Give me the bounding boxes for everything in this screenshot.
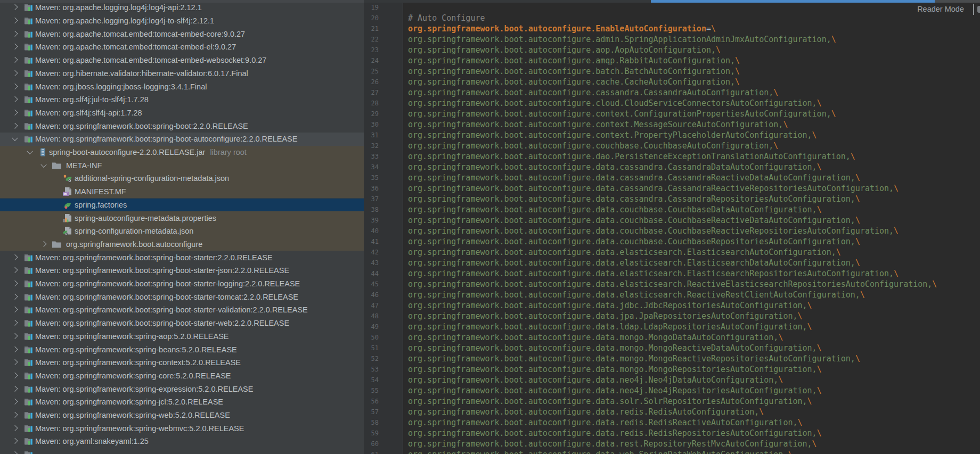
editor-line[interactable]: org.springframework.boot.autoconfigure.a… [408, 45, 721, 55]
tree-row[interactable]: MFMANIFEST.MF [0, 185, 364, 199]
tree-row[interactable]: Maven: org.springframework:spring-web:5.… [0, 409, 364, 422]
editor-line[interactable]: org.springframework.boot.autoconfigure.d… [408, 375, 783, 385]
editor-line[interactable]: org.springframework.boot.autoconfigure.d… [408, 183, 899, 194]
tree-row[interactable]: Maven: org.springframework.boot:spring-b… [0, 119, 364, 133]
tree-row[interactable]: Maven: org.hibernate.validator:hibernate… [0, 67, 364, 80]
tree-row[interactable]: spring-boot-autoconfigure-2.2.0.RELEASE.… [0, 146, 364, 159]
editor-line[interactable]: org.springframework.boot.autoconfigure.d… [408, 290, 865, 300]
editor-line[interactable]: org.springframework.boot.autoconfigure.a… [408, 55, 740, 66]
project-tree[interactable]: Maven: org.apache.logging.log4j:log4j-ap… [0, 0, 364, 454]
editor-line[interactable]: org.springframework.boot.autoconfigure.d… [408, 162, 822, 172]
editor-line[interactable]: org.springframework.boot.autoconfigure.d… [408, 194, 860, 204]
editor-line[interactable]: org.springframework.boot.autoconfigure.d… [408, 215, 860, 226]
tree-row[interactable]: Maven: org.springframework:spring-contex… [0, 356, 364, 369]
editor-line[interactable]: org.springframework.boot.autoconfigure.a… [408, 34, 836, 45]
chevron-right-icon[interactable] [12, 18, 18, 23]
tree-row[interactable]: Maven: org.slf4j:jul-to-slf4j:1.7.28 [0, 93, 364, 106]
tree-row[interactable]: Maven: org.springframework:spring-expres… [0, 382, 364, 395]
editor-pane[interactable]: 1920# Auto Configure21org.springframewor… [364, 0, 980, 454]
editor-line[interactable]: org.springframework.boot.autoconfigure.d… [408, 332, 783, 343]
tree-row[interactable]: Maven: org.springframework.boot:spring-b… [0, 303, 364, 317]
editor-line[interactable]: org.springframework.boot.autoconfigure.d… [408, 151, 855, 162]
chevron-right-icon[interactable] [12, 307, 18, 312]
editor-line[interactable]: org.springframework.boot.autoconfigure.d… [408, 407, 764, 417]
editor-line[interactable]: org.springframework.boot.autoconfigure.d… [408, 417, 803, 428]
chevron-right-icon[interactable] [12, 4, 18, 10]
editor-line[interactable]: org.springframework.boot.autoconfigure.d… [408, 439, 817, 449]
chevron-right-icon[interactable] [12, 44, 18, 49]
tree-row[interactable]: org.springframework.boot.autoconfigure [0, 238, 364, 251]
tree-row[interactable]: Maven: org.apache.logging.log4j:log4j-to… [0, 14, 364, 28]
chevron-down-icon[interactable] [27, 148, 32, 154]
chevron-down-icon[interactable] [12, 135, 18, 141]
tree-row[interactable] [0, 448, 364, 454]
chevron-right-icon[interactable] [12, 359, 18, 365]
editor-line[interactable]: org.springframework.boot.autoconfigure.c… [408, 141, 778, 151]
chevron-right-icon[interactable] [12, 412, 18, 418]
chevron-right-icon[interactable] [12, 267, 18, 273]
editor-line[interactable]: org.springframework.boot.autoconfigure.d… [408, 247, 841, 258]
editor-line[interactable]: org.springframework.boot.autoconfigure.d… [408, 428, 822, 439]
editor-line[interactable]: org.springframework.boot.autoconfigure.d… [408, 321, 812, 332]
tree-row[interactable]: Maven: org.springframework:spring-core:5… [0, 369, 364, 383]
chevron-right-icon[interactable] [12, 385, 18, 391]
editor-line[interactable]: org.springframework.boot.autoconfigure.d… [408, 353, 860, 364]
editor-line[interactable]: org.springframework.boot.autoconfigure.c… [408, 109, 836, 119]
editor-line[interactable]: org.springframework.boot.autoconfigure.d… [408, 449, 793, 454]
editor-line[interactable]: org.springframework.boot.autoconfigure.b… [408, 66, 740, 77]
chevron-right-icon[interactable] [12, 425, 18, 431]
editor-line[interactable]: org.springframework.boot.autoconfigure.d… [408, 300, 812, 311]
tree-row[interactable]: Maven: org.springframework.boot:spring-b… [0, 251, 364, 264]
tree-row[interactable]: Maven: org.springframework.boot:spring-b… [0, 133, 364, 146]
chevron-right-icon[interactable] [12, 96, 18, 102]
editor-line[interactable]: org.springframework.boot.autoconfigure.d… [408, 343, 822, 353]
tree-row[interactable]: Maven: org.springframework:spring-aop:5.… [0, 330, 364, 343]
chevron-right-icon[interactable] [12, 438, 18, 444]
editor-line[interactable]: org.springframework.boot.autoconfigure.d… [408, 364, 822, 375]
chevron-right-icon[interactable] [12, 373, 18, 378]
editor-line[interactable]: org.springframework.boot.autoconfigure.d… [408, 172, 860, 183]
editor-line[interactable]: org.springframework.boot.autoconfigure.d… [408, 279, 937, 290]
editor-line[interactable]: org.springframework.boot.autoconfigure.d… [408, 236, 860, 247]
tree-row[interactable]: Maven: org.apache.tomcat.embed:tomcat-em… [0, 40, 364, 54]
chevron-right-icon[interactable] [12, 110, 18, 115]
chevron-right-icon[interactable] [12, 57, 18, 63]
tree-row[interactable]: spring.factories [0, 199, 364, 212]
editor-line[interactable]: org.springframework.boot.autoconfigure.d… [408, 311, 803, 321]
tree-row[interactable]: additional-spring-configuration-metadata… [0, 172, 364, 185]
chevron-right-icon[interactable] [12, 346, 18, 352]
tree-row[interactable]: spring-autoconfigure-metadata.properties [0, 211, 364, 225]
chevron-right-icon[interactable] [12, 30, 18, 36]
editor-line[interactable]: org.springframework.boot.autoconfigure.d… [408, 204, 822, 215]
tree-row[interactable]: META-INF [0, 159, 364, 172]
chevron-right-icon[interactable] [12, 451, 18, 454]
tree-row[interactable]: Maven: org.apache.tomcat.embed:tomcat-em… [0, 54, 364, 67]
chevron-right-icon[interactable] [12, 122, 18, 128]
editor-line[interactable]: org.springframework.boot.autoconfigure.E… [408, 23, 716, 34]
tree-row[interactable]: Maven: org.springframework.boot:spring-b… [0, 317, 364, 330]
tree-row[interactable]: Maven: org.apache.tomcat.embed:tomcat-em… [0, 27, 364, 40]
horizontal-scrollbar-thumb[interactable] [651, 0, 935, 3]
tree-row[interactable]: Maven: org.jboss.logging:jboss-logging:3… [0, 80, 364, 93]
chevron-right-icon[interactable] [12, 320, 18, 326]
tree-row[interactable]: spring-configuration-metadata.json [0, 225, 364, 238]
tree-row[interactable]: Maven: org.springframework:spring-jcl:5.… [0, 395, 364, 409]
chevron-down-icon[interactable] [40, 161, 46, 167]
editor-line[interactable]: org.springframework.boot.autoconfigure.c… [408, 77, 740, 87]
chevron-right-icon[interactable] [12, 280, 18, 286]
tree-row[interactable]: Maven: org.springframework.boot:spring-b… [0, 264, 364, 277]
tree-row[interactable]: Maven: org.springframework.boot:spring-b… [0, 277, 364, 291]
tree-row[interactable]: Maven: org.yaml:snakeyaml:1.25 [0, 435, 364, 448]
editor-line[interactable]: org.springframework.boot.autoconfigure.d… [408, 385, 822, 396]
chevron-right-icon[interactable] [12, 293, 18, 299]
editor-line[interactable]: org.springframework.boot.autoconfigure.d… [408, 226, 899, 236]
editor-line[interactable]: org.springframework.boot.autoconfigure.d… [408, 258, 860, 268]
editor-line[interactable]: org.springframework.boot.autoconfigure.c… [408, 87, 778, 98]
chevron-right-icon[interactable] [12, 254, 18, 260]
editor-line[interactable]: org.springframework.boot.autoconfigure.c… [408, 130, 817, 141]
editor-line[interactable]: org.springframework.boot.autoconfigure.d… [408, 396, 812, 407]
tree-row[interactable]: Maven: org.springframework:spring-webmvc… [0, 422, 364, 435]
editor-line[interactable]: # Auto Configure [408, 13, 485, 23]
reader-mode-toggle[interactable]: Reader Mode [917, 5, 964, 13]
tree-row[interactable]: Maven: org.slf4j:slf4j-api:1.7.28 [0, 106, 364, 120]
